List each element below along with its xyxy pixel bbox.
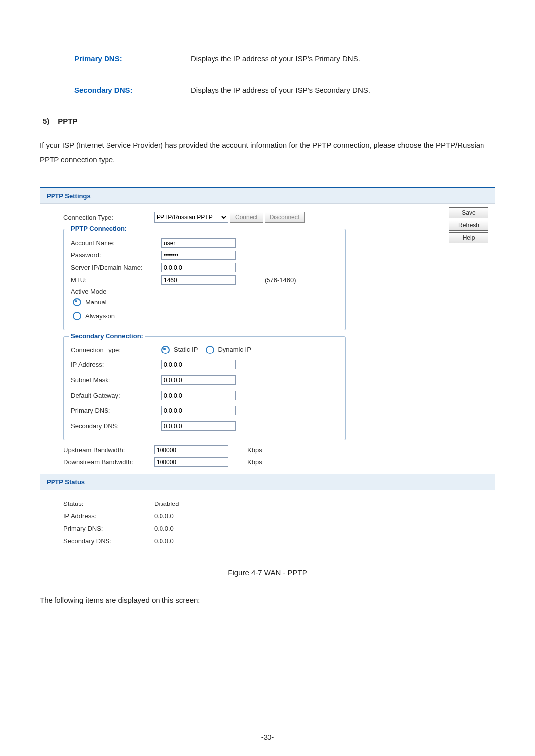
downstream-bw-label: Downstream Bandwidth:: [63, 458, 154, 466]
primary-dns-input[interactable]: [161, 406, 236, 415]
subnet-mask-input[interactable]: [161, 375, 236, 385]
secondary-connection-title: Secondary Connection:: [69, 332, 145, 340]
account-name-input[interactable]: [161, 238, 236, 248]
mtu-label: MTU:: [71, 276, 161, 284]
kbps-label: Kbps: [247, 446, 262, 454]
status-ip-label: IP Address:: [63, 512, 154, 520]
page-number: -30-: [0, 733, 535, 741]
def-desc-primary-dns: Displays the IP address of your ISP's Pr…: [191, 54, 495, 63]
connection-type-select[interactable]: PPTP/Russian PPTP: [154, 212, 228, 223]
status-primary-dns-label: Primary DNS:: [63, 525, 154, 532]
default-gateway-input[interactable]: [161, 391, 236, 400]
upstream-bw-label: Upstream Bandwidth:: [63, 446, 154, 454]
pptp-connection-title: PPTP Connection:: [69, 225, 129, 232]
downstream-bw-input[interactable]: [154, 457, 228, 467]
pptp-settings-screenshot: PPTP Settings Save Refresh Help Connecti…: [40, 187, 495, 554]
radio-selected-icon: [73, 298, 81, 306]
radio-dynamic-ip[interactable]: Dynamic IP: [206, 346, 251, 354]
status-secondary-dns-label: Secondary DNS:: [63, 537, 154, 545]
ip-address-label: IP Address:: [71, 361, 161, 368]
default-gateway-label: Default Gateway:: [71, 392, 161, 399]
upstream-bw-input[interactable]: [154, 445, 228, 454]
connection-type-label: Connection Type:: [63, 214, 154, 221]
kbps-label: Kbps: [247, 458, 262, 466]
primary-dns-label: Primary DNS:: [71, 407, 161, 414]
password-label: Password:: [71, 252, 161, 259]
ip-address-input[interactable]: [161, 360, 236, 369]
radio-static-ip[interactable]: Static IP: [161, 346, 198, 354]
section-heading: 5)PPTP: [43, 117, 495, 125]
def-desc-secondary-dns: Displays the IP address of your ISP's Se…: [191, 86, 495, 94]
closing-text: The following items are displayed on thi…: [40, 593, 495, 607]
subnet-mask-label: Subnet Mask:: [71, 376, 161, 384]
panel-title-status: PPTP Status: [40, 474, 495, 490]
sec-connection-type-label: Connection Type:: [71, 346, 161, 353]
password-input[interactable]: [161, 251, 236, 260]
status-ip-value: 0.0.0.0: [154, 512, 174, 520]
radio-unselected-icon: [73, 312, 81, 320]
secondary-dns-label: Secondary DNS:: [71, 422, 161, 430]
radio-selected-icon: [161, 346, 170, 354]
status-value: Disabled: [154, 500, 179, 507]
mtu-input[interactable]: [161, 275, 236, 285]
disconnect-button[interactable]: Disconnect: [265, 212, 305, 223]
connect-button[interactable]: Connect: [230, 212, 263, 223]
secondary-dns-input[interactable]: [161, 421, 236, 431]
intro-paragraph: If your ISP (Internet Service Provider) …: [40, 138, 495, 167]
account-name-label: Account Name:: [71, 239, 161, 247]
mtu-range: (576-1460): [265, 276, 296, 284]
active-mode-label: Active Mode:: [71, 288, 161, 295]
def-term-primary-dns: Primary DNS:: [74, 54, 191, 63]
status-primary-dns-value: 0.0.0.0: [154, 525, 174, 532]
server-label: Server IP/Domain Name:: [71, 264, 161, 271]
figure-caption: Figure 4-7 WAN - PPTP: [40, 568, 495, 577]
help-button[interactable]: Help: [449, 232, 488, 243]
radio-always-on[interactable]: Always-on: [73, 312, 115, 320]
panel-title-settings: PPTP Settings: [40, 188, 495, 204]
status-label: Status:: [63, 500, 154, 507]
save-button[interactable]: Save: [449, 207, 488, 218]
server-input[interactable]: [161, 263, 236, 272]
refresh-button[interactable]: Refresh: [449, 220, 488, 231]
radio-unselected-icon: [206, 346, 214, 354]
radio-manual[interactable]: Manual: [73, 298, 107, 306]
status-secondary-dns-value: 0.0.0.0: [154, 537, 174, 545]
def-term-secondary-dns: Secondary DNS:: [74, 86, 191, 94]
